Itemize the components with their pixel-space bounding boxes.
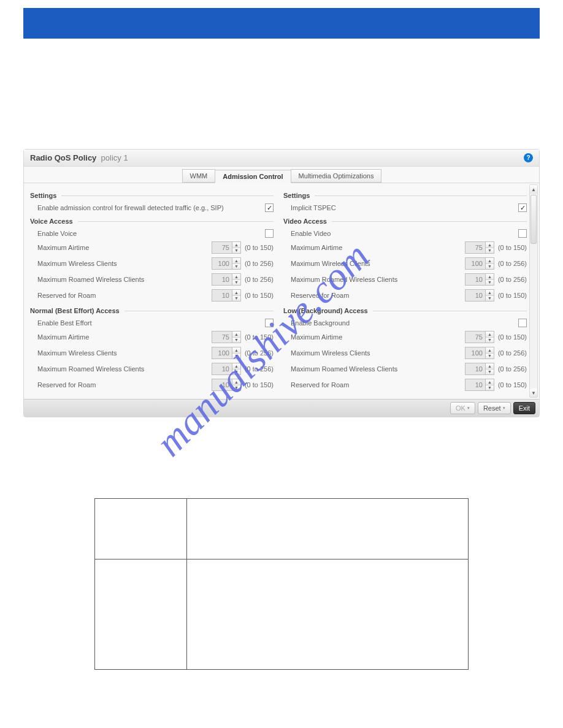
spin-down[interactable]: ▼ — [486, 370, 494, 375]
bg-max-airtime-spinner[interactable]: ▲▼ — [465, 331, 494, 343]
description-table — [94, 498, 469, 670]
spin-up[interactable]: ▲ — [486, 274, 494, 280]
low-access-head: Low (Background) Access — [283, 307, 527, 314]
video-max-wc-spinner[interactable]: ▲▼ — [465, 257, 494, 270]
bg-max-rwc-input[interactable] — [465, 363, 486, 375]
spin-up[interactable]: ▲ — [232, 332, 240, 338]
spin-down[interactable]: ▼ — [486, 264, 494, 270]
spin-up[interactable]: ▲ — [232, 363, 240, 370]
be-reserved-roam-spinner[interactable]: ▲▼ — [212, 379, 241, 391]
spin-up[interactable]: ▲ — [232, 379, 240, 385]
be-max-rwc-label: Maximum Roamed Wireless Clients — [37, 365, 212, 373]
enable-be-checkbox[interactable] — [265, 319, 274, 327]
voice-max-wc-spinner[interactable]: ▲▼ — [212, 257, 241, 270]
table-row — [95, 559, 469, 670]
spin-down[interactable]: ▼ — [232, 370, 240, 375]
hint: (0 to 150) — [498, 381, 527, 389]
panel-title: Radio QoS Policy policy 1 — [30, 153, 128, 162]
spin-down[interactable]: ▼ — [486, 280, 494, 286]
ok-button[interactable]: OK ▾ — [450, 402, 475, 414]
spin-up[interactable]: ▲ — [486, 290, 494, 296]
spin-down[interactable]: ▼ — [486, 248, 494, 254]
be-reserved-roam-input[interactable] — [212, 379, 232, 391]
spin-up[interactable]: ▲ — [486, 242, 494, 248]
scroll-thumb[interactable] — [530, 195, 537, 244]
spin-down[interactable]: ▼ — [232, 296, 240, 301]
enable-admission-checkbox[interactable] — [265, 203, 274, 212]
help-icon[interactable]: ? — [524, 153, 533, 162]
voice-max-rwc-input[interactable] — [212, 273, 232, 286]
video-max-rwc-spinner[interactable]: ▲▼ — [465, 273, 494, 286]
voice-max-airtime-label: Maximum Airtime — [37, 244, 212, 251]
spin-down[interactable]: ▼ — [232, 385, 240, 391]
voice-reserved-roam-input[interactable] — [212, 289, 232, 301]
voice-max-airtime-input[interactable] — [212, 241, 232, 254]
video-reserved-roam-input[interactable] — [465, 289, 486, 301]
spin-down[interactable]: ▼ — [486, 338, 494, 343]
voice-reserved-roam-spinner[interactable]: ▲▼ — [212, 289, 241, 301]
video-max-airtime-spinner[interactable]: ▲▼ — [465, 241, 494, 254]
spin-up[interactable]: ▲ — [486, 258, 494, 264]
bg-max-rwc-label: Maximum Roamed Wireless Clients — [291, 365, 465, 373]
enable-bg-checkbox[interactable] — [518, 319, 527, 327]
spin-down[interactable]: ▼ — [232, 338, 240, 343]
bg-max-wc-label: Maximum Wireless Clients — [291, 349, 465, 357]
spin-down[interactable]: ▼ — [232, 354, 240, 359]
bg-max-rwc-spinner[interactable]: ▲▼ — [465, 363, 494, 375]
be-max-rwc-input[interactable] — [212, 363, 232, 375]
tab-wmm[interactable]: WMM — [182, 169, 216, 183]
be-max-airtime-spinner[interactable]: ▲▼ — [212, 331, 241, 343]
scroll-track[interactable] — [530, 194, 537, 389]
radio-qos-panel: Radio QoS Policy policy 1 ? WMM Admissio… — [23, 149, 540, 417]
spin-up[interactable]: ▲ — [232, 258, 240, 264]
spin-up[interactable]: ▲ — [486, 347, 494, 354]
vertical-scrollbar[interactable]: ▲ ▼ — [529, 184, 538, 398]
reset-button[interactable]: Reset ▾ — [478, 402, 511, 414]
tabs-row: WMM Admission Control Multimedia Optimiz… — [24, 167, 539, 183]
spin-down[interactable]: ▼ — [232, 280, 240, 286]
spin-up[interactable]: ▲ — [232, 274, 240, 280]
spin-up[interactable]: ▲ — [232, 347, 240, 354]
bg-reserved-roam-spinner[interactable]: ▲▼ — [465, 379, 494, 391]
video-max-wc-input[interactable] — [465, 257, 486, 270]
scroll-up-icon[interactable]: ▲ — [530, 185, 537, 194]
spin-down[interactable]: ▼ — [486, 354, 494, 359]
voice-max-airtime-spinner[interactable]: ▲▼ — [212, 241, 241, 254]
bg-max-wc-spinner[interactable]: ▲▼ — [465, 347, 494, 359]
bg-max-wc-input[interactable] — [465, 347, 486, 359]
be-max-wc-input[interactable] — [212, 347, 232, 359]
video-reserved-roam-spinner[interactable]: ▲▼ — [465, 289, 494, 301]
be-max-airtime-input[interactable] — [212, 331, 232, 343]
chevron-down-icon: ▾ — [503, 406, 505, 411]
be-max-wc-spinner[interactable]: ▲▼ — [212, 347, 241, 359]
video-max-airtime-input[interactable] — [465, 241, 486, 254]
spin-down[interactable]: ▼ — [486, 296, 494, 301]
bg-max-airtime-input[interactable] — [465, 331, 486, 343]
spin-down[interactable]: ▼ — [486, 385, 494, 391]
implicit-tspec-checkbox[interactable] — [518, 203, 527, 212]
be-max-rwc-spinner[interactable]: ▲▼ — [212, 363, 241, 375]
tab-admission-control[interactable]: Admission Control — [215, 170, 291, 183]
table-row — [95, 499, 469, 559]
hint: (0 to 256) — [498, 365, 527, 373]
voice-max-wc-input[interactable] — [212, 257, 232, 270]
spin-up[interactable]: ▲ — [232, 242, 240, 248]
reset-button-label: Reset — [483, 404, 501, 412]
enable-bg-label: Enable Background — [291, 319, 518, 327]
spin-down[interactable]: ▼ — [232, 264, 240, 270]
bg-reserved-roam-input[interactable] — [465, 379, 486, 391]
spin-up[interactable]: ▲ — [486, 332, 494, 338]
spin-down[interactable]: ▼ — [232, 248, 240, 254]
enable-voice-checkbox[interactable] — [265, 229, 274, 238]
spin-up[interactable]: ▲ — [486, 379, 494, 385]
exit-button[interactable]: Exit — [513, 402, 535, 414]
enable-video-checkbox[interactable] — [518, 229, 527, 238]
video-max-rwc-input[interactable] — [465, 273, 486, 286]
spin-up[interactable]: ▲ — [486, 363, 494, 370]
voice-max-rwc-spinner[interactable]: ▲▼ — [212, 273, 241, 286]
scroll-down-icon[interactable]: ▼ — [530, 389, 537, 397]
cell-r2c2 — [187, 559, 469, 670]
video-reserved-roam-label: Reserved for Roam — [291, 292, 465, 299]
spin-up[interactable]: ▲ — [232, 290, 240, 296]
tab-multimedia-optimizations[interactable]: Multimedia Optimizations — [291, 169, 382, 183]
